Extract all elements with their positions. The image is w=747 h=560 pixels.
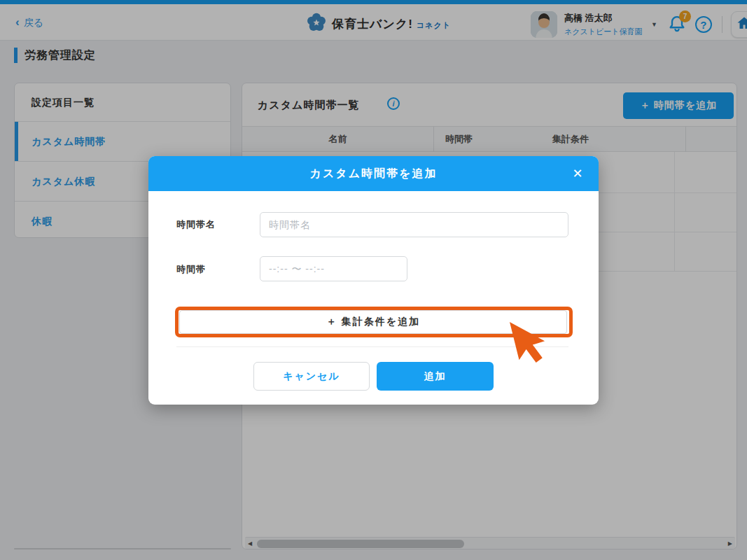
timezone-range-label: 時間帯 — [176, 263, 206, 276]
timezone-name-label: 時間帯名 — [176, 218, 216, 231]
timezone-name-input[interactable] — [260, 212, 568, 237]
close-icon[interactable]: ✕ — [568, 164, 587, 183]
cancel-button[interactable]: キャンセル — [253, 362, 370, 391]
modal-header: カスタム時間帯を追加 ✕ — [148, 156, 599, 191]
submit-add-button[interactable]: 追加 — [377, 362, 494, 391]
plus-icon: ＋ — [326, 316, 337, 327]
modal-footer-divider — [176, 346, 568, 347]
modal-title: カスタム時間帯を追加 — [148, 156, 599, 191]
add-custom-timezone-modal: カスタム時間帯を追加 ✕ 時間帯名 時間帯 ＋ 集計条件を追加 キャンセル 追加 — [148, 156, 599, 405]
timezone-range-input[interactable] — [260, 256, 407, 281]
add-aggregation-condition-button[interactable]: ＋ 集計条件を追加 — [179, 310, 567, 334]
app-window: ‹戻る 保育士バンク! コネクト — [0, 0, 747, 560]
